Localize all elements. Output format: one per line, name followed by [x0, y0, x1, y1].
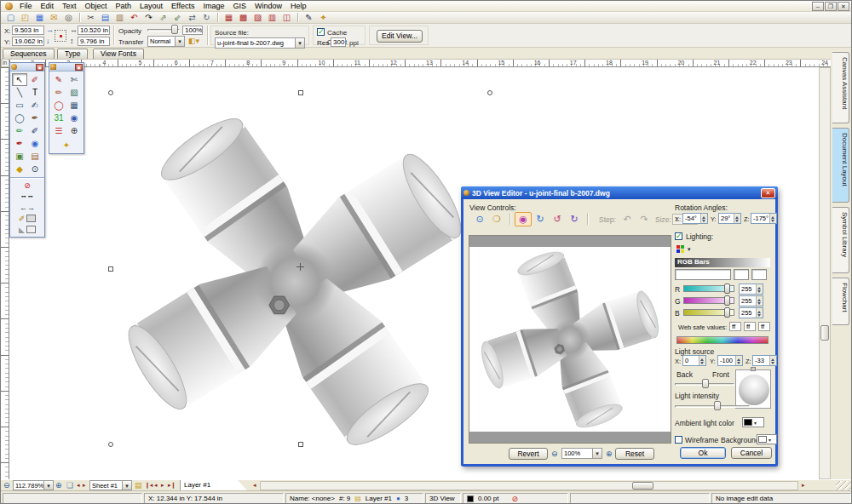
tab-sequences[interactable]: Sequences	[3, 49, 55, 59]
view-controls-separator[interactable]	[587, 213, 588, 225]
opacity-slider[interactable]	[147, 25, 180, 35]
selection-handle-top-center[interactable]	[298, 90, 303, 95]
y-position-field[interactable]: 19.062 in	[12, 37, 44, 46]
smart-shape-tool[interactable]: ✍	[27, 99, 43, 112]
websafe-value-field[interactable]: ff	[744, 322, 756, 331]
zoom-in-icon[interactable]: ⊕	[55, 480, 62, 490]
rotate-free-button[interactable]: ◉	[515, 212, 532, 226]
find-page-icon[interactable]: ◫	[279, 12, 294, 23]
selection-handle-mid-left[interactable]	[108, 266, 113, 272]
annotate-icon[interactable]: ✎	[302, 12, 316, 23]
marker-tool[interactable]: ✏	[12, 124, 27, 137]
cancel-button[interactable]: Cancel	[731, 447, 772, 459]
light-x-spinner[interactable]: 0	[682, 355, 706, 366]
ellipse-annotation-tool[interactable]: ◯	[51, 99, 66, 112]
open-icon[interactable]: ◰	[18, 12, 32, 23]
merge-icon[interactable]: ▨	[250, 12, 265, 23]
3d-preview-area[interactable]	[469, 235, 671, 444]
horizontal-scrollbar[interactable]	[260, 481, 798, 490]
rotation-z-spinner[interactable]: -175°	[751, 213, 777, 224]
dialog-close-button[interactable]: ✕	[761, 188, 775, 198]
compare-color-swatch-1[interactable]	[734, 269, 749, 280]
lighting-checkbox[interactable]	[675, 232, 682, 240]
selection-handle-bottom-left[interactable]	[108, 442, 113, 447]
step-right-icon[interactable]: ↷	[636, 212, 653, 226]
rotate-x-button[interactable]: ↻	[532, 212, 549, 226]
image-tool[interactable]: ▣	[12, 150, 27, 163]
selection-handle-bottom-center[interactable]	[298, 442, 303, 447]
rgb-bars-header[interactable]: RGB Bars	[675, 258, 770, 267]
stroke-none-indicator[interactable]: ⊘	[10, 180, 44, 191]
zoom-out-icon[interactable]: ⊖	[551, 450, 558, 458]
paste-icon[interactable]: ▥	[112, 12, 127, 23]
light-z-spinner[interactable]: -33	[752, 355, 777, 366]
database-icon[interactable]: ▩	[236, 12, 250, 23]
dimension-tool[interactable]: ✒	[27, 112, 43, 124]
pen-tool[interactable]: ✒	[12, 137, 27, 150]
calendar-tool[interactable]: 31	[51, 112, 66, 124]
copy-icon[interactable]: ▤	[98, 12, 112, 23]
current-color-swatch[interactable]	[675, 269, 731, 280]
view-controls-separator[interactable]	[509, 213, 510, 225]
save-icon[interactable]: ▦	[32, 12, 47, 23]
line-tool[interactable]: ╲	[12, 86, 27, 99]
tab-view-fonts[interactable]: View Fonts	[93, 49, 144, 59]
pan-tool-icon[interactable]: ❍	[488, 212, 505, 226]
rotate-z-button[interactable]: ↻	[566, 212, 583, 226]
zoom-level-dropdown[interactable]: 112.789%	[13, 480, 54, 490]
registration-target-tool[interactable]: ⊕	[66, 124, 82, 137]
step-left-icon[interactable]: ↶	[619, 212, 636, 226]
knife-tool[interactable]: ✐	[27, 73, 43, 86]
gradient-selector[interactable]: ◣	[10, 224, 44, 235]
scissors-tool[interactable]: ✄	[66, 73, 82, 86]
brush-tool[interactable]: ✏	[51, 86, 66, 99]
side-tab-symbol-library[interactable]: Symbol Library	[832, 207, 849, 273]
flip-icon[interactable]: ⇄	[185, 12, 199, 23]
menu-item-path[interactable]: Path	[112, 2, 136, 10]
ellipse-tool[interactable]: ◯	[12, 112, 27, 124]
last-layer-button[interactable]: ▸❙	[168, 480, 176, 490]
selection-tool[interactable]: ↖	[12, 73, 27, 86]
first-layer-button[interactable]: ❙◂	[145, 480, 153, 490]
toolbar-separator[interactable]	[297, 13, 298, 22]
toolbar-separator[interactable]	[217, 13, 218, 22]
clipboard-tool[interactable]: ▤	[27, 150, 43, 163]
zoom-out-icon[interactable]: ⊖	[3, 480, 10, 490]
restore-button[interactable]: ❐	[825, 2, 837, 11]
resize-grip[interactable]	[836, 481, 851, 490]
g-spinner[interactable]: 255	[739, 295, 763, 306]
close-button[interactable]: ✕	[838, 2, 849, 11]
bucket-tool[interactable]: ◆	[12, 163, 27, 175]
minimize-button[interactable]: –	[812, 2, 824, 11]
height-field[interactable]: 9.796 in	[78, 37, 110, 46]
g-slider[interactable]	[683, 295, 734, 306]
palette-close-icon[interactable]: ▣	[75, 64, 83, 71]
scroll-left-button[interactable]: ◂	[253, 480, 256, 490]
toolbar-separator[interactable]	[79, 13, 80, 22]
menu-item-window[interactable]: Window	[250, 2, 286, 10]
menu-item-help[interactable]: Help	[286, 2, 311, 10]
palette-title-bar[interactable]: ▣	[10, 63, 44, 72]
menu-item-object[interactable]: Object	[81, 2, 112, 10]
text-tool[interactable]: T	[27, 86, 43, 99]
u-joint-3d-object[interactable]	[103, 103, 486, 461]
rotation-y-spinner[interactable]: 29°	[718, 213, 741, 224]
res-field[interactable]: 300	[331, 37, 346, 47]
selection-handle-top-right[interactable]	[487, 90, 492, 95]
r-slider[interactable]	[683, 284, 734, 294]
prev-sheet-button[interactable]: ◂	[77, 480, 80, 490]
back-front-slider[interactable]	[675, 379, 734, 389]
menu-item-effects[interactable]: Effects	[167, 2, 199, 10]
scroll-right-button[interactable]: ▸	[802, 480, 805, 490]
menu-item-gis[interactable]: GIS	[228, 2, 250, 10]
preview-zoom-dropdown[interactable]: 100%	[561, 448, 602, 459]
width-field[interactable]: 10.520 in	[78, 26, 110, 35]
send-backward-icon[interactable]: ⇙	[170, 12, 185, 23]
effects-brush-icon[interactable]: ✦	[316, 12, 331, 23]
sheet-dropdown[interactable]: Sheet #1	[89, 480, 132, 490]
opacity-value[interactable]: 100%	[182, 26, 203, 35]
palette-close-icon[interactable]: ▣	[36, 64, 43, 71]
rotation-x-spinner[interactable]: -54°	[682, 213, 708, 224]
rotate-icon[interactable]: ↻	[199, 12, 214, 23]
image-edit-tool[interactable]: ▧	[66, 86, 82, 99]
